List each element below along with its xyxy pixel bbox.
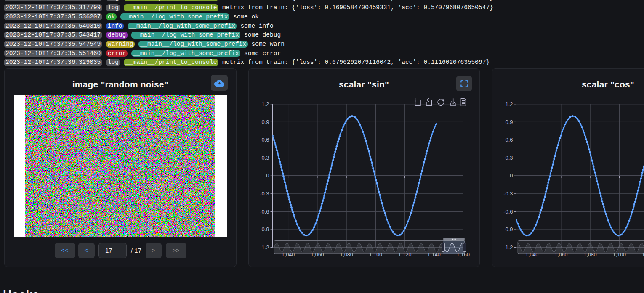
svg-text:0: 0	[510, 172, 513, 179]
svg-text:1,100: 1,100	[369, 252, 382, 258]
svg-text:1,120: 1,120	[642, 252, 644, 258]
svg-text:1,100: 1,100	[613, 252, 626, 258]
svg-text:-0.9: -0.9	[260, 226, 269, 232]
svg-text:1.2: 1.2	[261, 101, 269, 107]
svg-text:-0.9: -0.9	[503, 226, 513, 232]
svg-text:-1.2: -1.2	[503, 244, 513, 251]
svg-text:1,160: 1,160	[456, 252, 469, 258]
svg-text:1,040: 1,040	[525, 252, 538, 258]
svg-text:1.2: 1.2	[505, 101, 513, 107]
svg-text:1,120: 1,120	[398, 252, 411, 258]
svg-text:1,060: 1,060	[311, 252, 324, 258]
svg-text:-1.2: -1.2	[260, 244, 269, 251]
svg-text:0: 0	[266, 172, 269, 179]
svg-text:0.3: 0.3	[505, 155, 513, 161]
svg-text:1,080: 1,080	[583, 252, 596, 258]
svg-text:-0.3: -0.3	[260, 190, 269, 197]
svg-text:1,080: 1,080	[340, 252, 353, 258]
svg-text:0.3: 0.3	[261, 155, 269, 161]
svg-text:-0.3: -0.3	[503, 190, 513, 197]
svg-text:1,140: 1,140	[427, 252, 440, 258]
svg-text:1,060: 1,060	[554, 252, 567, 258]
svg-text:-0.6: -0.6	[260, 209, 269, 215]
svg-text:0.6: 0.6	[505, 137, 513, 143]
svg-text:0.9: 0.9	[505, 119, 513, 125]
svg-text:1,040: 1,040	[281, 252, 294, 258]
svg-text:-0.6: -0.6	[503, 209, 513, 215]
svg-text:0.6: 0.6	[261, 137, 269, 143]
svg-text:0.9: 0.9	[261, 119, 269, 125]
